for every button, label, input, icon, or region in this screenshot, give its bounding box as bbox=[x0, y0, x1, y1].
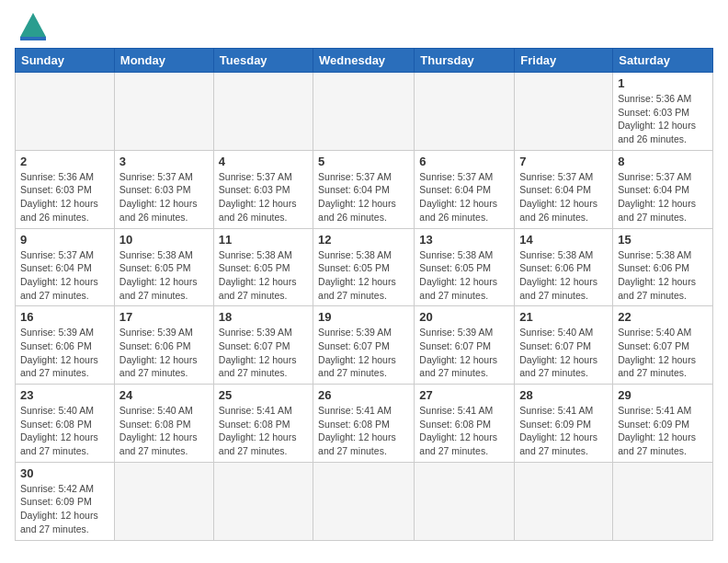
day-number: 6 bbox=[419, 155, 509, 168]
calendar-week-6: 30Sunrise: 5:42 AMSunset: 6:09 PMDayligh… bbox=[16, 462, 713, 540]
day-number: 2 bbox=[20, 155, 109, 168]
day-number: 8 bbox=[618, 155, 708, 168]
calendar-cell: 1Sunrise: 5:36 AMSunset: 6:03 PMDaylight… bbox=[613, 73, 713, 151]
calendar-cell: 11Sunrise: 5:38 AMSunset: 6:05 PMDayligh… bbox=[213, 228, 313, 306]
calendar-cell bbox=[16, 73, 115, 151]
day-header-wednesday: Wednesday bbox=[313, 49, 415, 73]
day-number: 14 bbox=[519, 233, 608, 247]
calendar-cell: 18Sunrise: 5:39 AMSunset: 6:07 PMDayligh… bbox=[213, 306, 313, 385]
day-number: 11 bbox=[219, 233, 308, 247]
day-info: Sunrise: 5:38 AMSunset: 6:05 PMDaylight:… bbox=[318, 248, 409, 303]
logo-icon bbox=[18, 11, 48, 40]
day-number: 24 bbox=[119, 388, 209, 402]
day-number: 26 bbox=[318, 388, 409, 402]
day-number: 22 bbox=[618, 310, 708, 324]
day-info: Sunrise: 5:37 AMSunset: 6:04 PMDaylight:… bbox=[20, 248, 109, 303]
calendar-cell bbox=[515, 73, 613, 151]
calendar-cell: 22Sunrise: 5:40 AMSunset: 6:07 PMDayligh… bbox=[613, 306, 713, 385]
day-info: Sunrise: 5:40 AMSunset: 6:08 PMDaylight:… bbox=[20, 404, 109, 458]
day-header-thursday: Thursday bbox=[415, 49, 515, 73]
day-header-tuesday: Tuesday bbox=[213, 49, 313, 73]
calendar-cell bbox=[114, 462, 213, 540]
day-info: Sunrise: 5:41 AMSunset: 6:09 PMDaylight:… bbox=[519, 404, 608, 458]
calendar-header-row: SundayMondayTuesdayWednesdayThursdayFrid… bbox=[16, 49, 713, 73]
calendar-cell: 30Sunrise: 5:42 AMSunset: 6:09 PMDayligh… bbox=[16, 462, 115, 540]
calendar-cell bbox=[114, 73, 213, 151]
day-number: 25 bbox=[219, 388, 308, 402]
day-info: Sunrise: 5:41 AMSunset: 6:08 PMDaylight:… bbox=[419, 404, 509, 458]
day-number: 19 bbox=[318, 310, 409, 324]
calendar-cell bbox=[515, 462, 613, 540]
calendar-week-4: 16Sunrise: 5:39 AMSunset: 6:06 PMDayligh… bbox=[16, 306, 713, 385]
calendar-cell: 26Sunrise: 5:41 AMSunset: 6:08 PMDayligh… bbox=[313, 385, 415, 463]
calendar-cell bbox=[213, 462, 313, 540]
day-info: Sunrise: 5:37 AMSunset: 6:04 PMDaylight:… bbox=[618, 170, 708, 224]
day-number: 4 bbox=[219, 155, 308, 168]
calendar-cell: 27Sunrise: 5:41 AMSunset: 6:08 PMDayligh… bbox=[415, 385, 515, 463]
day-header-sunday: Sunday bbox=[16, 49, 115, 73]
calendar-cell: 13Sunrise: 5:38 AMSunset: 6:05 PMDayligh… bbox=[415, 228, 515, 306]
day-info: Sunrise: 5:39 AMSunset: 6:06 PMDaylight:… bbox=[20, 326, 109, 380]
day-number: 10 bbox=[119, 233, 209, 247]
calendar-cell bbox=[313, 73, 415, 151]
day-number: 9 bbox=[20, 233, 109, 247]
day-number: 17 bbox=[119, 310, 209, 324]
day-number: 12 bbox=[318, 233, 409, 247]
day-number: 13 bbox=[419, 233, 509, 247]
calendar-cell: 21Sunrise: 5:40 AMSunset: 6:07 PMDayligh… bbox=[515, 306, 613, 385]
day-number: 1 bbox=[618, 76, 708, 90]
calendar-cell: 3Sunrise: 5:37 AMSunset: 6:03 PMDaylight… bbox=[114, 150, 213, 228]
calendar-cell: 28Sunrise: 5:41 AMSunset: 6:09 PMDayligh… bbox=[515, 385, 613, 463]
calendar-cell: 29Sunrise: 5:41 AMSunset: 6:09 PMDayligh… bbox=[613, 385, 713, 463]
day-info: Sunrise: 5:38 AMSunset: 6:05 PMDaylight:… bbox=[219, 248, 308, 303]
calendar-cell: 10Sunrise: 5:38 AMSunset: 6:05 PMDayligh… bbox=[114, 228, 213, 306]
day-info: Sunrise: 5:39 AMSunset: 6:07 PMDaylight:… bbox=[219, 326, 308, 380]
day-info: Sunrise: 5:39 AMSunset: 6:06 PMDaylight:… bbox=[119, 326, 209, 380]
day-info: Sunrise: 5:40 AMSunset: 6:07 PMDaylight:… bbox=[519, 326, 608, 380]
calendar-cell: 23Sunrise: 5:40 AMSunset: 6:08 PMDayligh… bbox=[16, 385, 115, 463]
logo bbox=[15, 15, 48, 40]
day-info: Sunrise: 5:37 AMSunset: 6:04 PMDaylight:… bbox=[318, 170, 409, 224]
day-info: Sunrise: 5:42 AMSunset: 6:09 PMDaylight:… bbox=[20, 482, 109, 536]
day-info: Sunrise: 5:36 AMSunset: 6:03 PMDaylight:… bbox=[20, 170, 109, 224]
day-number: 15 bbox=[618, 233, 708, 247]
day-number: 20 bbox=[419, 310, 509, 324]
day-info: Sunrise: 5:37 AMSunset: 6:04 PMDaylight:… bbox=[519, 170, 608, 224]
day-number: 21 bbox=[519, 310, 608, 324]
day-info: Sunrise: 5:41 AMSunset: 6:09 PMDaylight:… bbox=[618, 404, 708, 458]
day-header-saturday: Saturday bbox=[613, 49, 713, 73]
day-number: 30 bbox=[20, 466, 109, 480]
day-info: Sunrise: 5:38 AMSunset: 6:05 PMDaylight:… bbox=[119, 248, 209, 303]
calendar-cell bbox=[313, 462, 415, 540]
calendar-week-1: 1Sunrise: 5:36 AMSunset: 6:03 PMDaylight… bbox=[16, 73, 713, 151]
calendar-cell: 5Sunrise: 5:37 AMSunset: 6:04 PMDaylight… bbox=[313, 150, 415, 228]
day-number: 16 bbox=[20, 310, 109, 324]
day-info: Sunrise: 5:41 AMSunset: 6:08 PMDaylight:… bbox=[318, 404, 409, 458]
calendar-cell: 19Sunrise: 5:39 AMSunset: 6:07 PMDayligh… bbox=[313, 306, 415, 385]
calendar-week-5: 23Sunrise: 5:40 AMSunset: 6:08 PMDayligh… bbox=[16, 385, 713, 463]
page-header bbox=[15, 15, 713, 40]
calendar-table: SundayMondayTuesdayWednesdayThursdayFrid… bbox=[15, 48, 713, 541]
calendar-cell: 25Sunrise: 5:41 AMSunset: 6:08 PMDayligh… bbox=[213, 385, 313, 463]
day-number: 3 bbox=[119, 155, 209, 168]
day-info: Sunrise: 5:40 AMSunset: 6:07 PMDaylight:… bbox=[618, 326, 708, 380]
day-number: 5 bbox=[318, 155, 409, 168]
calendar-cell: 24Sunrise: 5:40 AMSunset: 6:08 PMDayligh… bbox=[114, 385, 213, 463]
day-info: Sunrise: 5:39 AMSunset: 6:07 PMDaylight:… bbox=[419, 326, 509, 380]
calendar-cell: 6Sunrise: 5:37 AMSunset: 6:04 PMDaylight… bbox=[415, 150, 515, 228]
day-info: Sunrise: 5:37 AMSunset: 6:03 PMDaylight:… bbox=[219, 170, 308, 224]
calendar-cell: 4Sunrise: 5:37 AMSunset: 6:03 PMDaylight… bbox=[213, 150, 313, 228]
svg-marker-0 bbox=[20, 13, 46, 37]
day-info: Sunrise: 5:36 AMSunset: 6:03 PMDaylight:… bbox=[618, 92, 708, 146]
calendar-cell bbox=[415, 73, 515, 151]
calendar-cell: 7Sunrise: 5:37 AMSunset: 6:04 PMDaylight… bbox=[515, 150, 613, 228]
calendar-cell: 20Sunrise: 5:39 AMSunset: 6:07 PMDayligh… bbox=[415, 306, 515, 385]
day-info: Sunrise: 5:37 AMSunset: 6:04 PMDaylight:… bbox=[419, 170, 509, 224]
day-info: Sunrise: 5:38 AMSunset: 6:06 PMDaylight:… bbox=[519, 248, 608, 303]
calendar-week-3: 9Sunrise: 5:37 AMSunset: 6:04 PMDaylight… bbox=[16, 228, 713, 306]
day-number: 27 bbox=[419, 388, 509, 402]
day-number: 29 bbox=[618, 388, 708, 402]
calendar-cell: 9Sunrise: 5:37 AMSunset: 6:04 PMDaylight… bbox=[16, 228, 115, 306]
day-header-friday: Friday bbox=[515, 49, 613, 73]
day-number: 23 bbox=[20, 388, 109, 402]
